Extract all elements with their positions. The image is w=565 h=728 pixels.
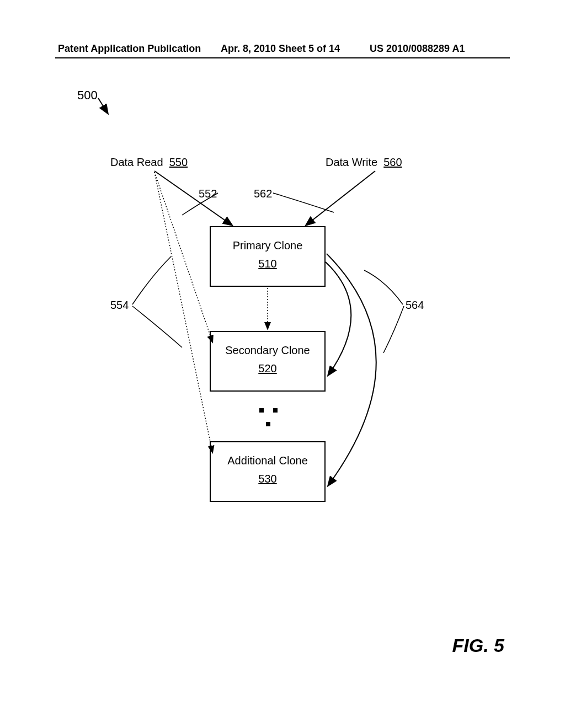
ref-552: 552 — [199, 188, 217, 200]
ellipsis-dot — [273, 408, 278, 413]
data-read-text: Data Read — [110, 156, 163, 168]
page: Patent Application Publication Apr. 8, 2… — [0, 0, 565, 728]
ref-554: 554 — [110, 299, 129, 312]
header-pub-number: US 2010/0088289 A1 — [370, 43, 465, 55]
additional-clone-num: 530 — [211, 473, 324, 485]
data-read-num: 550 — [169, 156, 188, 168]
header-date-sheet: Apr. 8, 2010 Sheet 5 of 14 — [221, 43, 340, 55]
data-write-label: Data Write 560 — [326, 156, 402, 169]
primary-clone-label: Primary Clone — [233, 239, 303, 251]
svg-line-2 — [98, 98, 108, 113]
secondary-clone-box: Secondary Clone 520 — [210, 331, 326, 392]
primary-clone-box: Primary Clone 510 — [210, 226, 326, 287]
ellipsis-dot — [266, 422, 270, 426]
svg-line-6 — [154, 172, 212, 452]
primary-clone-num: 510 — [211, 258, 324, 270]
figure-caption: FIG. 5 — [452, 635, 504, 656]
secondary-clone-label: Secondary Clone — [225, 344, 310, 356]
header-publication: Patent Application Publication — [58, 43, 201, 55]
additional-clone-label: Additional Clone — [227, 454, 308, 467]
svg-line-4 — [306, 171, 375, 225]
data-read-label: Data Read 550 — [110, 156, 188, 169]
data-write-text: Data Write — [326, 156, 377, 168]
ref-564: 564 — [406, 299, 424, 312]
svg-line-3 — [154, 171, 232, 225]
ref-562: 562 — [254, 188, 272, 200]
ellipsis-dot — [259, 408, 264, 413]
data-write-num: 560 — [383, 156, 402, 168]
additional-clone-box: Additional Clone 530 — [210, 441, 326, 502]
secondary-clone-num: 520 — [211, 362, 324, 375]
figure-ref-label: 500 — [77, 88, 98, 103]
header-rule — [55, 57, 510, 58]
